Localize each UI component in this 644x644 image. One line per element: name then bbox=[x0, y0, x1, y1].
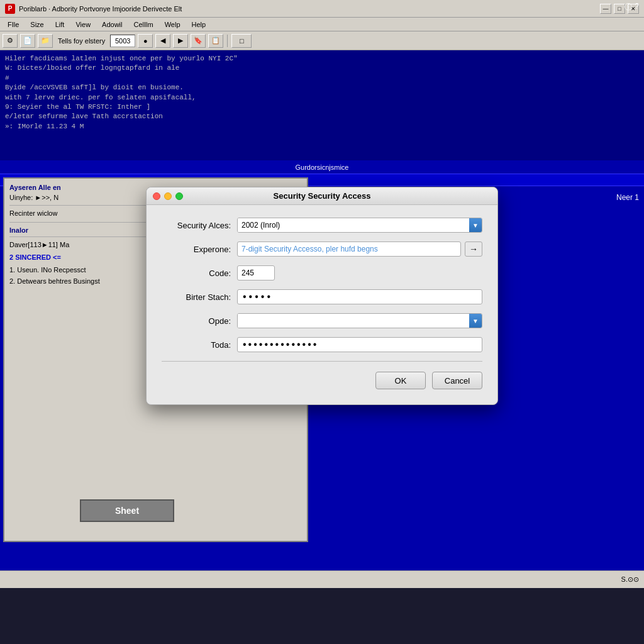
toda-field[interactable]: •••••••••••••• bbox=[237, 337, 482, 352]
birter-stach-field[interactable]: ••••• bbox=[237, 289, 482, 304]
toolbar-separator bbox=[227, 35, 228, 47]
security-alces-arrow[interactable]: ▼ bbox=[469, 218, 482, 232]
toolbar-btn-2[interactable]: 📄 bbox=[20, 34, 35, 48]
birter-stach-label: Birter Stach: bbox=[162, 292, 237, 302]
opde-select[interactable]: ▼ bbox=[237, 313, 482, 328]
modal-titlebar: Security Security Access bbox=[147, 187, 497, 205]
toolbar-btn-1[interactable]: ⚙ bbox=[3, 34, 18, 48]
menu-size[interactable]: Size bbox=[25, 19, 48, 30]
terminal-line-3: # bbox=[5, 74, 639, 83]
security-alces-input[interactable] bbox=[238, 218, 469, 232]
modal-divider bbox=[162, 361, 482, 362]
modal-body: Security Alces: ▼ Experone: 7-digit Secu… bbox=[147, 205, 497, 404]
toolbar-btn-6[interactable]: 🔖 bbox=[191, 34, 206, 48]
terminal-line-7: e/letar sefurme lave Tath accrstaction bbox=[5, 112, 639, 121]
menu-help[interactable]: Help bbox=[187, 19, 211, 30]
toolbar-number-input[interactable] bbox=[110, 35, 135, 47]
toda-dots: •••••••••••••• bbox=[243, 339, 318, 350]
toolbar-btn-4[interactable]: ◀ bbox=[155, 34, 170, 48]
security-alces-label: Security Alces: bbox=[162, 221, 237, 230]
code-label: Code: bbox=[162, 269, 237, 278]
maximize-button[interactable]: □ bbox=[614, 4, 625, 14]
maximize-traffic-light[interactable] bbox=[175, 192, 183, 200]
menu-bar: FIle Size Lift View Adowil CelIlm Welp H… bbox=[0, 18, 644, 31]
menu-adowil[interactable]: Adowil bbox=[97, 19, 127, 30]
close-traffic-light[interactable] bbox=[153, 192, 160, 200]
title-bar: P Poriblarb · Adbority Portvonye Imjoori… bbox=[0, 0, 644, 18]
minimize-traffic-light[interactable] bbox=[164, 192, 172, 200]
toda-row: Toda: •••••••••••••• bbox=[162, 337, 482, 352]
experone-value: 7-digit Security Accesso, pler hufd begn… bbox=[242, 245, 378, 253]
toolbar-btn-8[interactable]: □ bbox=[231, 34, 252, 48]
menu-welp[interactable]: Welp bbox=[160, 19, 186, 30]
cancel-button[interactable]: Cancel bbox=[432, 372, 482, 389]
menu-lift[interactable]: Lift bbox=[50, 19, 70, 30]
experone-label: Experone: bbox=[162, 245, 237, 254]
bottom-bar: S.⊙⊙ bbox=[0, 570, 644, 588]
terminal-line-1: Hiler facdicams latlen injust once per b… bbox=[5, 54, 639, 64]
toda-label: Toda: bbox=[162, 340, 237, 350]
ok-button[interactable]: OK bbox=[375, 372, 426, 389]
experone-row: Experone: 7-digit Security Accesso, pler… bbox=[162, 242, 482, 257]
terminal-line-4: Byide /accVSVEB safT]l by dioit en busio… bbox=[5, 83, 639, 92]
secondary-titlebar: Gurdorsicnjsmice ⓘ ? bbox=[0, 160, 644, 174]
toolbar-btn-3[interactable]: 📁 bbox=[38, 34, 53, 48]
experone-arrow-button[interactable]: → bbox=[465, 242, 482, 257]
toolbar: ⚙ 📄 📁 Tells foy elstery ● ◀ ▶ 🔖 📋 □ bbox=[0, 31, 644, 50]
secondary-help-icon[interactable]: ? bbox=[635, 2, 639, 13]
menu-celilm[interactable]: CelIlm bbox=[129, 19, 158, 30]
secondary-titlebar-text: Gurdorsicnjsmice bbox=[296, 164, 349, 171]
bottom-bar-text: S.⊙⊙ bbox=[621, 575, 639, 584]
toolbar-text: Tells foy elstery bbox=[55, 37, 108, 45]
birter-stach-dots: ••••• bbox=[243, 291, 273, 303]
traffic-lights bbox=[153, 192, 183, 200]
terminal-line-2: W: Dictes/lboied offer logngtapfard in a… bbox=[5, 64, 639, 73]
app-icon: P bbox=[5, 4, 15, 14]
terminal-line-8: »: IMorle 11.23 4 M bbox=[5, 122, 639, 131]
security-alces-select[interactable]: ▼ bbox=[237, 218, 482, 233]
menu-file[interactable]: FIle bbox=[3, 19, 24, 30]
title-bar-left: P Poriblarb · Adbority Portvonye Imjoori… bbox=[5, 4, 182, 14]
opde-input[interactable] bbox=[238, 314, 469, 328]
menu-view[interactable]: View bbox=[70, 19, 96, 30]
opde-label: Opde: bbox=[162, 316, 237, 326]
code-row: Code: 245 bbox=[162, 265, 482, 280]
toolbar-btn-5[interactable]: ▶ bbox=[173, 34, 188, 48]
secondary-info-icon[interactable]: ⓘ bbox=[625, 2, 632, 13]
terminal-area: Hiler facdicams latlen injust once per b… bbox=[0, 50, 644, 160]
toolbar-btn-7[interactable]: 📋 bbox=[208, 34, 223, 48]
modal-overlay: Security Security Access Security Alces:… bbox=[0, 174, 644, 570]
minimize-button[interactable]: — bbox=[600, 4, 611, 14]
terminal-line-6: 9: Seyier the al TW RFSTC: Inther ] bbox=[5, 103, 639, 112]
terminal-line-5: with 7 lerve driec. per fo selaten apsif… bbox=[5, 93, 639, 103]
toolbar-btn-go[interactable]: ● bbox=[138, 34, 153, 48]
opde-arrow[interactable]: ▼ bbox=[469, 314, 482, 328]
window-title: Poriblarb · Adbority Portvonye Imjooride… bbox=[19, 5, 182, 13]
opde-row: Opde: ▼ bbox=[162, 313, 482, 328]
main-app-area: Tr Offict nitStal ——————————————————————… bbox=[0, 174, 644, 570]
experone-text-field[interactable]: 7-digit Security Accesso, pler hufd begn… bbox=[237, 242, 461, 257]
code-value: 245 bbox=[237, 265, 275, 280]
birter-stach-row: Birter Stach: ••••• bbox=[162, 289, 482, 304]
security-dialog: Security Security Access Security Alces:… bbox=[146, 187, 498, 405]
modal-title: Security Security Access bbox=[274, 191, 371, 201]
security-alces-row: Security Alces: ▼ bbox=[162, 218, 482, 233]
modal-buttons: OK Cancel bbox=[162, 372, 482, 392]
